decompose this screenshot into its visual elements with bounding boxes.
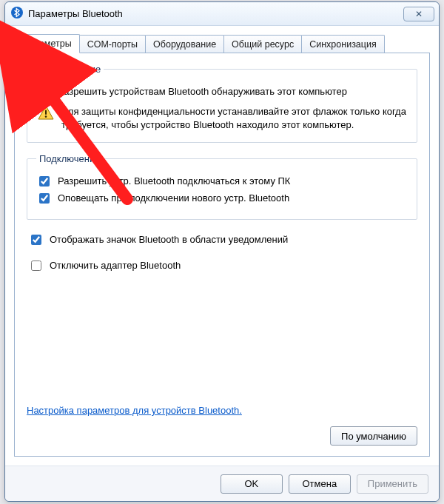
ok-button[interactable]: OK <box>221 474 283 494</box>
client-area: Параметры COM-порты Оборудование Общий р… <box>5 26 439 466</box>
defaults-button[interactable]: По умолчанию <box>330 426 417 446</box>
checkbox-allow-discover-label: Разрешить устройствам Bluetooth обнаружи… <box>58 85 347 98</box>
checkbox-show-tray-icon-input[interactable] <box>31 235 41 245</box>
checkbox-allow-discover-input[interactable] <box>39 87 50 97</box>
group-connections-legend: Подключения <box>36 153 103 164</box>
svg-rect-1 <box>45 110 47 115</box>
dialog-button-bar: OK Отмена Применить <box>5 466 439 501</box>
misc-options: Отображать значок Bluetooth в области ув… <box>27 230 417 276</box>
tab-params[interactable]: Параметры <box>14 34 80 53</box>
tab-sync[interactable]: Синхронизация <box>301 35 385 53</box>
warning-icon <box>38 105 54 122</box>
apply-button[interactable]: Применить <box>357 474 428 494</box>
tab-page-params: Обнаружение Разрешить устройствам Blueto… <box>14 53 430 457</box>
close-icon: ✕ <box>415 9 423 19</box>
group-connections: Подключения Разрешить устр. Bluetooth по… <box>27 153 417 220</box>
cancel-button[interactable]: Отмена <box>289 474 351 494</box>
svg-point-2 <box>45 115 47 118</box>
checkbox-disable-adapter-input[interactable] <box>31 261 41 271</box>
checkbox-allow-connect[interactable]: Разрешить устр. Bluetooth подключаться к… <box>36 175 408 189</box>
checkbox-disable-adapter-label: Отключить адаптер Bluetooth <box>50 259 181 272</box>
checkbox-notify-new[interactable]: Оповещать при подключении нового устр. B… <box>36 192 408 206</box>
window-title: Параметры Bluetooth <box>28 8 123 19</box>
checkbox-allow-connect-input[interactable] <box>39 176 50 187</box>
checkbox-notify-new-label: Оповещать при подключении нового устр. B… <box>58 192 289 205</box>
checkbox-show-tray-icon[interactable]: Отображать значок Bluetooth в области ув… <box>28 233 417 247</box>
discovery-warning-text: Для защиты конфиденциальности устанавлив… <box>61 105 408 132</box>
checkbox-show-tray-icon-label: Отображать значок Bluetooth в области ув… <box>50 233 288 246</box>
titlebar: Параметры Bluetooth ✕ <box>5 2 439 26</box>
bluetooth-settings-window: Параметры Bluetooth ✕ Параметры COM-порт… <box>4 1 440 502</box>
tab-com-ports[interactable]: COM-порты <box>79 35 146 53</box>
checkbox-notify-new-input[interactable] <box>39 193 50 204</box>
group-discovery: Обнаружение Разрешить устройствам Blueto… <box>27 64 417 143</box>
tab-sharing[interactable]: Общий ресурс <box>223 35 302 53</box>
group-discovery-legend: Обнаружение <box>36 64 104 75</box>
close-button[interactable]: ✕ <box>403 7 434 21</box>
settings-link-row: Настройка параметров для устройств Bluet… <box>27 405 417 416</box>
checkbox-disable-adapter[interactable]: Отключить адаптер Bluetooth <box>28 259 417 273</box>
tab-hardware[interactable]: Оборудование <box>145 35 224 53</box>
bluetooth-devices-settings-link[interactable]: Настройка параметров для устройств Bluet… <box>27 405 242 416</box>
checkbox-allow-connect-label: Разрешить устр. Bluetooth подключаться к… <box>58 175 290 188</box>
discovery-warning: Для защиты конфиденциальности устанавлив… <box>38 105 408 132</box>
bluetooth-icon <box>11 7 23 21</box>
checkbox-allow-discover[interactable]: Разрешить устройствам Bluetooth обнаружи… <box>36 85 408 99</box>
tab-strip: Параметры COM-порты Оборудование Общий р… <box>14 33 430 53</box>
